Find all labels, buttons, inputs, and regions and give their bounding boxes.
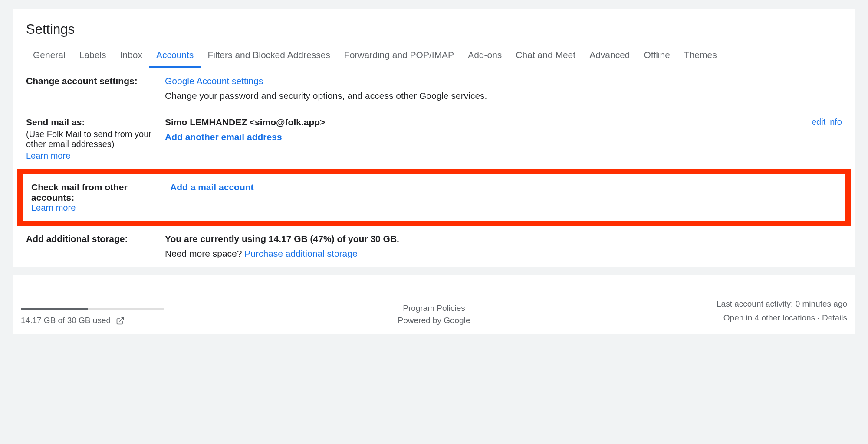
tab-filters[interactable]: Filters and Blocked Addresses — [201, 44, 337, 68]
section-check-mail: Check mail from other accounts: Learn mo… — [23, 174, 845, 221]
footer-center: Program Policies Powered by Google — [296, 304, 572, 325]
details-link[interactable]: Details — [822, 313, 847, 322]
section-content: Add a mail account — [170, 182, 837, 213]
tab-offline[interactable]: Offline — [637, 44, 677, 68]
google-account-settings-link[interactable]: Google Account settings — [165, 76, 263, 86]
svg-line-0 — [119, 317, 123, 321]
storage-usage: You are currently using 14.17 GB (47%) o… — [165, 234, 842, 244]
tab-inbox[interactable]: Inbox — [113, 44, 149, 68]
tab-themes[interactable]: Themes — [677, 44, 724, 68]
section-label: Add additional storage: — [26, 234, 165, 259]
section-change-account: Change account settings: Google Account … — [22, 68, 846, 109]
tab-labels[interactable]: Labels — [72, 44, 113, 68]
send-mail-as-desc: (Use Folk Mail to send from your other e… — [26, 129, 156, 149]
section-storage: Add additional storage: You are currentl… — [22, 226, 846, 267]
change-account-desc: Change your password and security option… — [165, 91, 842, 101]
section-label: Check mail from other accounts: Learn mo… — [31, 182, 170, 213]
check-mail-learn-more-link[interactable]: Learn more — [31, 203, 76, 212]
tab-chat[interactable]: Chat and Meet — [509, 44, 582, 68]
section-label: Change account settings: — [26, 76, 165, 101]
add-mail-account-link[interactable]: Add a mail account — [170, 182, 254, 192]
send-mail-learn-more-link[interactable]: Learn more — [26, 151, 70, 160]
footer-right: Last account activity: 0 minutes ago Ope… — [572, 297, 847, 325]
last-activity-text: Last account activity: 0 minutes ago — [572, 297, 847, 311]
section-label: Send mail as: (Use Folk Mail to send fro… — [26, 117, 165, 161]
highlight-annotation: Check mail from other accounts: Learn mo… — [17, 169, 851, 226]
edit-info-link[interactable]: edit info — [812, 117, 842, 127]
change-account-label: Change account settings: — [26, 76, 156, 86]
tab-advanced[interactable]: Advanced — [582, 44, 637, 68]
section-content: Simo LEMHANDEZ <simo@folk.app> Add anoth… — [165, 117, 773, 161]
powered-by-label: Powered by Google — [398, 316, 470, 325]
section-send-mail-as: Send mail as: (Use Folk Mail to send fro… — [22, 109, 846, 169]
storage-fill — [21, 308, 88, 310]
add-another-email-link[interactable]: Add another email address — [165, 132, 282, 142]
footer: 14.17 GB of 30 GB used Program Policies … — [13, 275, 855, 334]
storage-used-text: 14.17 GB of 30 GB used — [21, 316, 111, 325]
send-mail-email: Simo LEMHANDEZ <simo@folk.app> — [165, 117, 773, 127]
settings-tabs: General Labels Inbox Accounts Filters an… — [22, 44, 846, 68]
page-title: Settings — [22, 13, 846, 44]
section-content: You are currently using 14.17 GB (47%) o… — [165, 234, 842, 259]
tab-general[interactable]: General — [26, 44, 72, 68]
settings-panel: Settings General Labels Inbox Accounts F… — [13, 9, 855, 267]
program-policies-link[interactable]: Program Policies — [403, 304, 465, 313]
open-locations-text: Open in 4 other locations · — [723, 313, 822, 322]
purchase-storage-link[interactable]: Purchase additional storage — [244, 248, 357, 258]
storage-text-row: 14.17 GB of 30 GB used — [21, 316, 296, 325]
storage-prompt: Need more space? — [165, 248, 244, 258]
storage-label: Add additional storage: — [26, 234, 156, 244]
storage-bar[interactable] — [21, 308, 164, 310]
footer-left: 14.17 GB of 30 GB used — [21, 308, 296, 325]
section-content: Google Account settings Change your pass… — [165, 76, 842, 101]
check-mail-label: Check mail from other accounts: — [31, 182, 161, 203]
open-in-new-icon[interactable] — [116, 317, 124, 324]
section-right: edit info — [773, 117, 842, 161]
send-mail-as-label: Send mail as: — [26, 117, 156, 127]
tab-addons[interactable]: Add-ons — [461, 44, 509, 68]
tab-accounts[interactable]: Accounts — [149, 44, 201, 68]
tab-forwarding[interactable]: Forwarding and POP/IMAP — [337, 44, 461, 68]
